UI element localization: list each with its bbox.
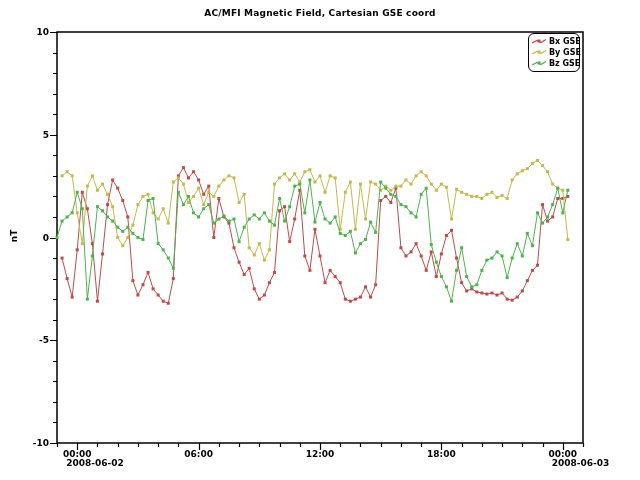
x-date-label: 2008-06-02 [66,458,124,468]
legend-line-marker-icon [532,37,547,46]
x-tick-label: 06:00 [177,449,221,459]
y-tick-label: 0 [19,233,49,243]
y-tick-label: -10 [19,438,49,448]
x-tick-label: 18:00 [419,449,463,459]
legend-item-by: By GSE [532,47,576,58]
y-tick-label: 10 [19,27,49,37]
legend-item-bx: Bx GSE [532,36,576,47]
legend-line-marker-icon [532,59,547,68]
chart: AC/MFI Magnetic Field, Cartesian GSE coo… [0,0,640,480]
y-tick-label: 5 [19,130,49,140]
legend-label: Bx GSE [549,37,581,46]
y-axis-label: nT [9,230,19,243]
x-tick-label: 12:00 [298,449,342,459]
chart-title: AC/MFI Magnetic Field, Cartesian GSE coo… [0,8,640,18]
plot-canvas [0,0,640,480]
legend-item-bz: Bz GSE [532,58,576,69]
x-date-label: 2008-06-03 [552,458,610,468]
y-tick-label: -5 [19,335,49,345]
legend-line-marker-icon [532,48,547,57]
legend-label: By GSE [549,48,581,57]
legend-label: Bz GSE [549,59,580,68]
legend: Bx GSEBy GSEBz GSE [528,33,580,72]
